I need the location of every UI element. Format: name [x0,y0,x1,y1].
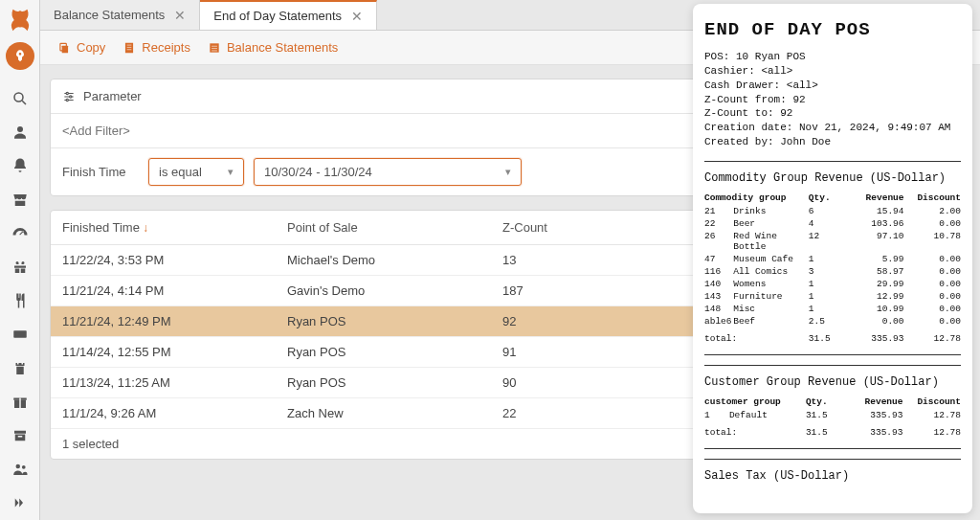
close-icon[interactable]: ✕ [351,9,363,24]
svg-rect-8 [14,434,25,441]
svg-point-27 [66,99,68,101]
select-value: 10/30/24 - 11/30/24 [264,165,372,179]
receipt-preview: END OF DAY POS POS: 10 Ryan POS Cashier:… [693,4,972,513]
commodity-row: 47Museum Cafe15.990.00 [704,253,961,265]
commodity-row: able6Beef2.50.000.00 [704,315,961,328]
svg-rect-7 [14,431,26,434]
column-point-of-sale[interactable]: Point of Sale [287,220,502,235]
toolbar-label: Copy [77,40,105,55]
sliders-icon [62,90,76,103]
present-icon[interactable] [0,385,40,418]
chevron-down-icon: ▾ [228,166,234,178]
svg-rect-3 [13,331,27,339]
svg-point-10 [15,464,20,469]
sidebar [0,0,40,520]
toolbar-label: Receipts [142,40,190,55]
svg-point-2 [17,126,23,132]
ticket-icon[interactable] [0,318,40,351]
list-icon [208,41,221,55]
tax-section-title: Sales Tax (US-Dollar) [704,469,961,483]
commodity-row: 21Drinks615.942.00 [704,205,961,217]
tab-label: Balance Statements [54,8,165,22]
svg-point-26 [70,95,72,97]
receipt-title: END OF DAY POS [704,19,961,40]
bell-icon[interactable] [0,149,40,183]
balance-statements-button[interactable]: Balance Statements [208,40,338,55]
cutlery-icon[interactable] [0,284,40,318]
commodity-row: 143Furniture112.990.00 [704,290,961,303]
chevron-down-icon: ▾ [505,166,511,178]
receipt-icon [122,41,136,55]
copy-icon [57,41,71,55]
app-logo-icon [6,6,34,34]
customer-table: customer group Qty. Revenue Discount 1De… [704,396,961,439]
rocket-launch-button[interactable] [6,42,34,70]
archive-icon[interactable] [0,418,40,452]
svg-rect-6 [19,397,21,408]
svg-line-1 [22,101,26,104]
date-range-select[interactable]: 10/30/24 - 11/30/24 ▾ [254,158,522,186]
customer-row: 1Default31.5335.9312.78 [704,409,961,421]
search-icon[interactable] [0,81,40,115]
operator-select[interactable]: is equal ▾ [148,158,244,186]
gauge-icon[interactable] [0,216,40,250]
commodity-section-title: Commodity Group Revenue (US-Dollar) [704,171,961,185]
column-finished-time[interactable]: Finished Time↓ [62,220,287,235]
svg-point-11 [21,465,25,469]
select-value: is equal [159,165,202,179]
user-icon[interactable] [0,116,40,149]
customer-section-title: Customer Group Revenue (US-Dollar) [704,375,961,389]
close-icon[interactable]: ✕ [174,8,186,23]
panel-title: Parameter [83,89,142,103]
commodity-row: 148Misc110.990.00 [704,303,961,315]
commodity-table: Commodity group Qty. Revenue Discount 21… [704,192,961,345]
filter-field-label: Finish Time [62,165,139,179]
svg-rect-14 [125,42,133,53]
svg-rect-12 [62,45,68,53]
tab-balance-statements[interactable]: Balance Statements ✕ [40,0,200,30]
receipts-button[interactable]: Receipts [122,40,190,55]
commodity-row: 116All Comics358.970.00 [704,265,961,278]
tab-end-of-day-statements[interactable]: End of Day Statements ✕ [200,0,377,30]
svg-rect-18 [210,43,218,52]
store-icon[interactable] [0,183,40,216]
tower-icon[interactable] [0,351,40,385]
copy-button[interactable]: Copy [57,40,105,55]
commodity-row: 22Beer4103.960.00 [704,217,961,230]
expand-icon[interactable] [0,486,40,520]
svg-point-0 [14,93,23,102]
receipt-meta: POS: 10 Ryan POS Cashier: <all> Cash Dra… [704,50,961,149]
users-icon[interactable] [0,453,40,486]
gift-icon[interactable] [0,250,40,283]
commodity-row: 140Womens129.990.00 [704,278,961,290]
sort-desc-icon: ↓ [143,221,148,235]
svg-point-25 [66,92,68,94]
toolbar-label: Balance Statements [227,40,338,55]
commodity-row: 26Red Wine Bottle1297.1010.78 [704,230,961,253]
tab-label: End of Day Statements [213,9,342,23]
svg-rect-9 [17,436,22,438]
